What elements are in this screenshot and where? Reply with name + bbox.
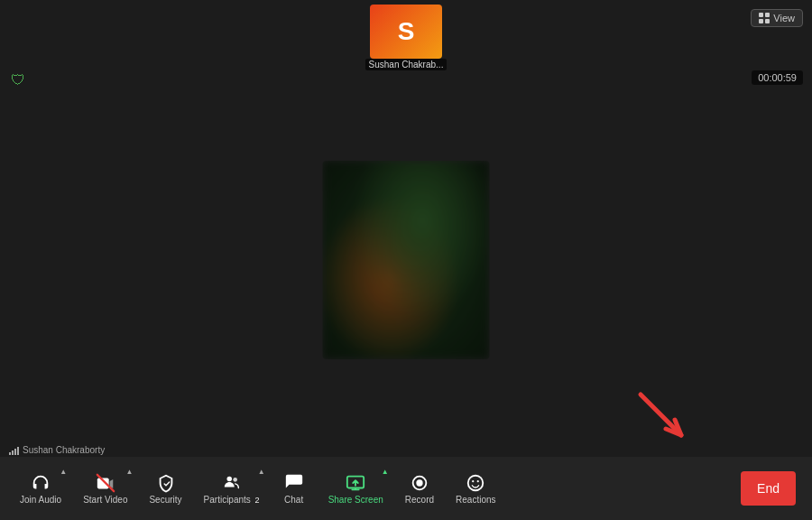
end-arrow-indicator (632, 385, 695, 452)
video-off-icon (96, 473, 115, 493)
svg-point-7 (233, 478, 237, 482)
reactions-icon (466, 473, 485, 493)
participants-count: 2 (255, 496, 260, 505)
chat-button[interactable]: Chat (271, 457, 318, 520)
share-screen-button[interactable]: Share Screen ▲ (318, 457, 394, 520)
share-screen-label: Share Screen (328, 495, 383, 505)
end-button[interactable]: End (741, 471, 796, 506)
grid-icon (759, 13, 770, 23)
participant-avatar: S (370, 5, 442, 59)
reactions-label: Reactions (456, 495, 495, 505)
toolbar-items: Join Audio ▲ Start Video ▲ Securi (9, 457, 741, 520)
share-screen-icon (346, 473, 365, 493)
toolbar: Join Audio ▲ Start Video ▲ Securi (0, 457, 812, 520)
svg-point-13 (468, 475, 484, 490)
svg-rect-2 (759, 19, 763, 23)
svg-point-15 (477, 480, 479, 482)
record-label: Record (405, 495, 434, 505)
participants-caret: ▲ (258, 468, 265, 476)
join-audio-label: Join Audio (20, 495, 61, 505)
start-video-caret: ▲ (126, 468, 134, 476)
main-video-area: 🛡 View 00:00:59 S Sushan Chakrab... (0, 0, 812, 520)
headphone-icon (31, 473, 51, 493)
signal-bars-icon (9, 446, 19, 455)
local-user-name: Sushan Chakraborty (9, 445, 105, 455)
svg-point-6 (226, 476, 232, 481)
center-video-thumbnail (323, 161, 490, 359)
record-button[interactable]: Record (394, 457, 445, 520)
reactions-button[interactable]: Reactions (445, 457, 506, 520)
svg-point-14 (472, 480, 474, 482)
security-label: Security (149, 495, 181, 505)
join-audio-caret: ▲ (60, 468, 67, 476)
join-audio-button[interactable]: Join Audio ▲ (9, 457, 72, 520)
security-button[interactable]: Security (138, 457, 192, 520)
svg-point-12 (416, 479, 422, 486)
local-name-text: Sushan Chakraborty (23, 445, 105, 455)
participant-thumbnail: S Sushan Chakrab... (365, 5, 447, 70)
share-screen-caret: ▲ (382, 468, 389, 476)
shield-icon: 🛡 (11, 72, 25, 88)
view-button[interactable]: View (751, 9, 803, 27)
participants-icon (222, 473, 242, 493)
participant-name: Sushan Chakrab... (365, 59, 447, 70)
chat-icon (284, 473, 304, 493)
security-icon (156, 473, 176, 493)
svg-rect-3 (765, 19, 770, 23)
start-video-label: Start Video (83, 495, 127, 505)
participant-initial: S (398, 17, 415, 46)
svg-rect-1 (765, 13, 770, 17)
video-blur-overlay (323, 161, 490, 359)
start-video-button[interactable]: Start Video ▲ (72, 457, 138, 520)
chat-label: Chat (284, 495, 303, 505)
participants-button[interactable]: Participants 2 ▲ (193, 457, 271, 520)
svg-rect-0 (759, 13, 763, 17)
meeting-timer: 00:00:59 (752, 70, 803, 85)
participants-label: Participants 2 (204, 495, 260, 505)
record-icon (410, 473, 429, 493)
view-label: View (773, 13, 795, 23)
